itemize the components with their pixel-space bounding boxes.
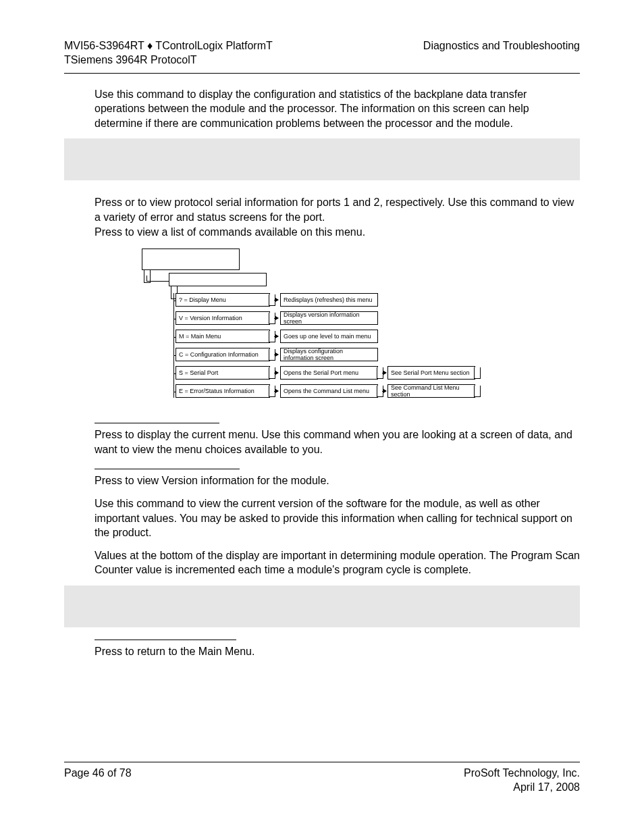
diagram-arrow (274, 373, 278, 373)
paragraph: Press to return to the Main Menu. (95, 644, 580, 659)
footer-right: ProSoft Technology, Inc. April 17, 2008 (464, 766, 580, 795)
note-box (64, 585, 580, 627)
diagram-command-box: V = Version Information (176, 311, 270, 325)
header-right: Diagnostics and Troubleshooting (423, 39, 580, 68)
paragraph: Use this command to view the current ver… (95, 496, 580, 540)
diagram-arrow (274, 336, 278, 337)
diagram-submenu-box (169, 273, 267, 286)
diagram-arrow (274, 391, 278, 392)
diagram-description-box: Goes up one level to main menu (280, 330, 378, 343)
diagram-reference-box: See Serial Port Menu section (387, 366, 475, 380)
diagram-arrow (274, 318, 278, 319)
diagram-command-box: E = Error/Status Information (176, 384, 270, 398)
diagram-connector (173, 293, 176, 398)
paragraph: Values at the bottom of the display are … (95, 548, 580, 577)
page-footer: Page 46 of 78 ProSoft Technology, Inc. A… (64, 762, 580, 795)
diagram-arrow (274, 300, 278, 301)
diagram-tab (474, 386, 481, 397)
diagram-description-box: Redisplays (refreshes) this menu (280, 293, 378, 307)
diagram-description-box: Opens the Serial Port menu (280, 366, 378, 380)
section-rule (95, 640, 236, 640)
footer-page-number: Page 46 of 78 (64, 766, 132, 795)
diagram-description-box: Displays version information screen (280, 311, 378, 325)
menu-diagram: ? = Display MenuRedisplays (refreshes) t… (142, 249, 493, 411)
diagram-arrow (382, 373, 386, 373)
diagram-connector (146, 276, 169, 282)
footer-date: April 17, 2008 (464, 781, 580, 795)
page-header: MVI56-S3964RT ♦ TControlLogix PlatformT … (64, 39, 580, 74)
diagram-description-box: Displays configuration information scree… (280, 348, 378, 361)
section-rule (95, 469, 240, 469)
note-box (64, 138, 580, 180)
diagram-reference-box: See Command List Menu section (387, 384, 475, 398)
header-product: MVI56-S3964RT ♦ TControlLogix PlatformT (64, 39, 273, 53)
header-left: MVI56-S3964RT ♦ TControlLogix PlatformT … (64, 39, 273, 68)
diagram-command-box: ? = Display Menu (176, 293, 270, 307)
diagram-command-box: C = Configuration Information (176, 348, 270, 361)
diagram-command-box: M = Main Menu (176, 330, 270, 343)
header-section: Diagnostics and Troubleshooting (423, 39, 580, 53)
paragraph: Press or to view protocol serial informa… (95, 195, 580, 224)
header-protocol: TSiemens 3964R ProtocolT (64, 53, 273, 68)
paragraph: Press to view Version information for th… (95, 473, 580, 488)
paragraph: Use this command to display the configur… (95, 87, 580, 131)
paragraph: Press to display the current menu. Use t… (95, 427, 580, 457)
section-rule (95, 423, 219, 423)
diagram-description-box: Opens the Command List menu (280, 384, 378, 398)
diagram-title-box (142, 249, 240, 270)
diagram-tab (474, 367, 481, 379)
paragraph: Press to view a list of commands availab… (95, 225, 580, 240)
page: MVI56-S3964RT ♦ TControlLogix PlatformT … (0, 0, 644, 834)
diagram-command-box: S = Serial Port (176, 366, 270, 380)
diagram-arrow (382, 391, 386, 392)
footer-company: ProSoft Technology, Inc. (464, 766, 580, 781)
diagram-arrow (274, 355, 278, 355)
page-body: Use this command to display the configur… (64, 74, 580, 659)
